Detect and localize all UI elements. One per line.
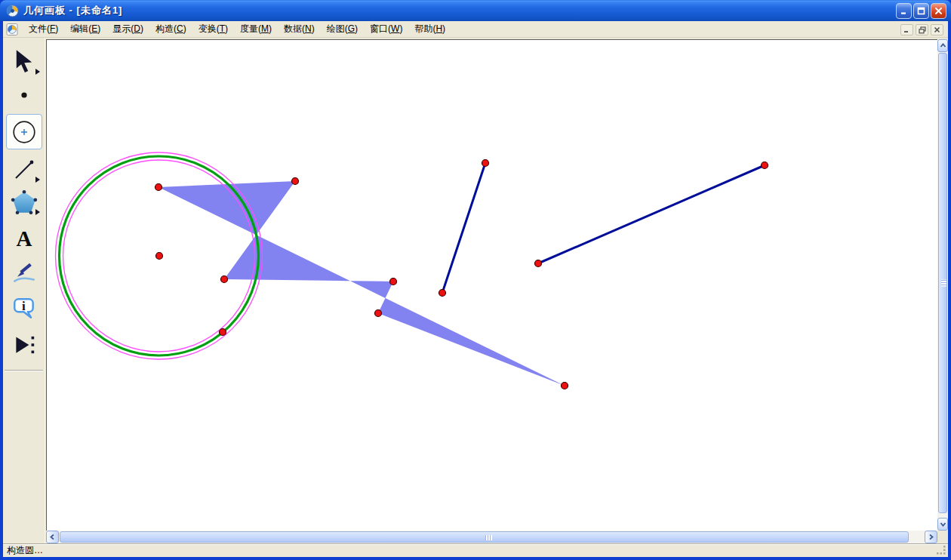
information-tool-icon: i	[11, 296, 37, 322]
compass-circle-tool[interactable]	[6, 114, 42, 149]
canvas-point[interactable]	[439, 290, 446, 297]
flyout-arrow-icon	[35, 177, 40, 183]
point-tool[interactable]	[6, 78, 42, 112]
horizontal-scroll-track[interactable]	[59, 531, 925, 543]
canvas-point[interactable]	[375, 310, 382, 317]
minimize-icon	[900, 7, 908, 15]
svg-text:A: A	[17, 226, 32, 251]
mdi-restore-button[interactable]	[916, 24, 928, 35]
horizontal-scrollbar[interactable]	[46, 531, 937, 543]
toolbar-separator	[5, 370, 43, 371]
menu-measure[interactable]: 度量(M)	[234, 20, 278, 38]
scroll-up-button[interactable]	[937, 39, 948, 52]
maximize-button[interactable]	[913, 3, 929, 19]
resize-grip[interactable]	[937, 546, 946, 555]
sketchpad-doc-icon[interactable]	[6, 23, 18, 35]
chevron-left-icon	[49, 534, 56, 540]
canvas-point[interactable]	[156, 253, 163, 260]
flyout-arrow-icon	[35, 209, 40, 215]
menu-window[interactable]: 窗口(W)	[364, 20, 408, 38]
tool-palette: A i	[3, 38, 45, 543]
menu-items: 文件(F)编辑(E)显示(D)构造(C)变换(T)度量(M)数据(N)绘图(G)…	[23, 20, 451, 38]
scroll-left-button[interactable]	[46, 531, 59, 543]
polygon-tool-icon	[11, 189, 38, 215]
polygon-interior[interactable]	[158, 181, 565, 386]
selection-arrow-icon	[12, 49, 36, 75]
canvas-point[interactable]	[390, 278, 397, 285]
menu-construct[interactable]: 构造(C)	[149, 20, 192, 38]
close-icon	[934, 7, 943, 15]
chevron-right-icon	[928, 534, 934, 540]
compass-circle-icon	[11, 119, 37, 145]
scroll-thumb-grip	[941, 280, 946, 287]
sketch-svg	[47, 40, 938, 531]
mdi-restore-icon	[919, 26, 926, 34]
canvas-point[interactable]	[762, 162, 768, 169]
canvas-point[interactable]	[221, 276, 228, 283]
flyout-arrow-icon	[35, 69, 40, 75]
close-button[interactable]	[931, 3, 946, 19]
minimize-button[interactable]	[896, 3, 912, 19]
horizontal-scroll-thumb[interactable]	[60, 531, 909, 543]
vertical-scrollbar[interactable]	[937, 39, 948, 531]
svg-text:i: i	[22, 299, 26, 313]
status-bar: 构造圆…	[3, 543, 948, 557]
selection-arrow-tool[interactable]	[6, 45, 42, 78]
maximize-icon	[917, 7, 925, 15]
information-tool[interactable]: i	[6, 292, 42, 325]
menu-display[interactable]: 显示(D)	[106, 20, 149, 38]
text-tool[interactable]: A	[6, 223, 42, 256]
menu-edit[interactable]: 编辑(E)	[64, 20, 106, 38]
menu-graph[interactable]: 绘图(G)	[321, 20, 364, 38]
menu-transform[interactable]: 变换(T)	[192, 20, 234, 38]
chevron-down-icon	[940, 521, 946, 528]
menu-file[interactable]: 文件(F)	[23, 20, 64, 38]
canvas-point[interactable]	[562, 383, 568, 389]
polygon-tool[interactable]	[6, 186, 42, 219]
straightedge-segment-tool[interactable]	[6, 153, 42, 186]
application-window: 几何画板 - [未命名1]	[0, 0, 951, 560]
work-area	[45, 38, 948, 543]
canvas-point[interactable]	[535, 260, 542, 267]
main-area: A i	[3, 38, 948, 543]
vertical-scroll-thumb[interactable]	[938, 53, 947, 513]
sketch-canvas[interactable]	[46, 39, 937, 531]
scrollbar-corner	[937, 531, 948, 543]
status-message: 构造圆…	[7, 544, 43, 557]
sketchpad-app-icon	[6, 5, 19, 17]
mdi-minimize-icon	[903, 26, 910, 33]
canvas-point[interactable]	[220, 329, 226, 336]
segment[interactable]	[442, 163, 485, 293]
canvas-point[interactable]	[482, 160, 489, 167]
text-tool-icon: A	[11, 226, 37, 252]
canvas-point[interactable]	[292, 178, 299, 185]
custom-tools-icon	[11, 332, 37, 358]
marker-tool-icon	[11, 260, 37, 286]
point-tool-icon	[14, 85, 35, 106]
scroll-thumb-grip	[485, 535, 492, 540]
menu-help[interactable]: 帮助(H)	[408, 20, 451, 38]
canvas-point[interactable]	[155, 184, 162, 191]
title-bar: 几何画板 - [未命名1]	[0, 0, 951, 21]
segment-tool-icon	[12, 158, 36, 182]
scroll-down-button[interactable]	[937, 518, 948, 531]
scroll-right-button[interactable]	[925, 531, 937, 543]
mdi-close-button[interactable]	[931, 24, 943, 35]
menu-bar: 文件(F)编辑(E)显示(D)构造(C)变换(T)度量(M)数据(N)绘图(G)…	[3, 21, 948, 38]
mdi-minimize-button[interactable]	[900, 24, 913, 35]
window-title: 几何画板 - [未命名1]	[23, 4, 122, 17]
custom-tools[interactable]	[6, 328, 42, 362]
mdi-close-icon	[934, 26, 940, 33]
vertical-scroll-track[interactable]	[937, 52, 948, 518]
menu-data[interactable]: 数据(N)	[278, 20, 321, 38]
segment[interactable]	[538, 165, 765, 263]
marker-tool[interactable]	[6, 257, 42, 290]
chevron-up-icon	[940, 42, 946, 49]
